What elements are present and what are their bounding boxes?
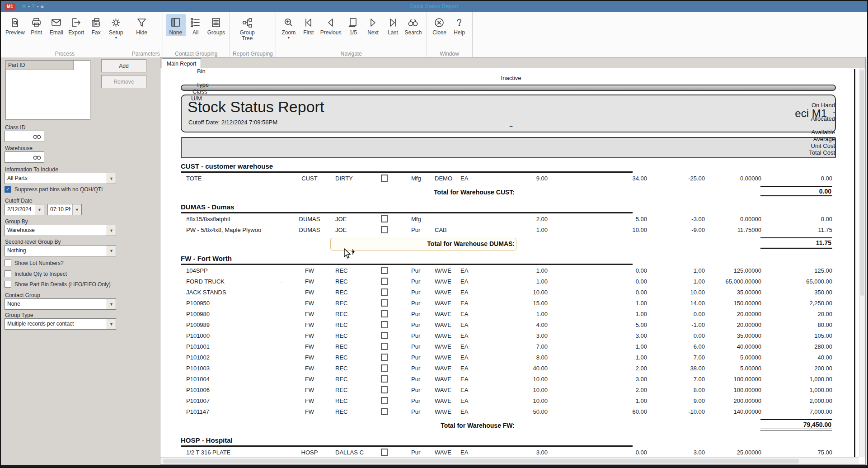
cell: 8.00 [671, 387, 705, 393]
inactive-checkbox[interactable] [381, 288, 388, 296]
inactive-checkbox[interactable] [381, 364, 388, 372]
question-icon[interactable]: ? [32, 3, 35, 9]
help-button[interactable]: Help [450, 14, 469, 36]
show-bin-details-checkbox[interactable] [5, 281, 11, 288]
help-icon [453, 15, 465, 30]
suppress-bins-checkbox[interactable]: ✓ [5, 186, 11, 193]
include-qty-checkbox[interactable] [5, 270, 11, 277]
horizontal-scrollbar-thumb[interactable] [163, 459, 799, 463]
inactive-checkbox[interactable] [381, 397, 388, 404]
mouse-cursor [343, 248, 357, 262]
next-button[interactable]: Next [363, 14, 383, 36]
group-by-select[interactable]: Warehouse ▼ [5, 225, 116, 236]
info-include-select[interactable]: All Parts ▼ [5, 173, 116, 184]
inactive-checkbox[interactable] [381, 226, 388, 233]
chevron-down-icon[interactable]: ▼ [107, 319, 116, 329]
inactive-checkbox[interactable] [381, 267, 388, 274]
vertical-scrollbar[interactable] [859, 68, 865, 457]
cutoff-date-select[interactable]: 2/12/2024 ▼ [5, 204, 44, 215]
export-button[interactable]: Export [66, 14, 86, 36]
first-icon [302, 15, 314, 30]
chevron-down-icon[interactable]: ▼ [107, 225, 116, 236]
window-bottom-edge [1, 465, 867, 467]
inactive-checkbox[interactable] [381, 386, 388, 393]
close-button[interactable]: Close [430, 14, 450, 36]
cell: REC [325, 278, 366, 285]
contact-group-select[interactable]: None ▼ [5, 298, 116, 310]
group-header: CUST - customer warehouse [181, 162, 836, 171]
last-button[interactable]: Last [383, 14, 403, 36]
1-5-button[interactable]: 1/5 [343, 14, 363, 36]
chevron-down-icon[interactable]: ▾ [115, 36, 117, 40]
all-button[interactable]: All [186, 14, 206, 36]
fax-button[interactable]: Fax [86, 14, 106, 36]
cell: EA [456, 449, 479, 456]
add-button[interactable]: Add [101, 59, 146, 72]
second-group-select[interactable]: Nothing ▼ [5, 245, 116, 256]
chevron-down-icon[interactable]: ▾ [28, 5, 30, 9]
group-type-select[interactable]: Multiple records per contact ▼ [5, 318, 116, 330]
binoculars-icon[interactable] [31, 153, 43, 161]
class-id-field[interactable] [5, 131, 44, 142]
chevron-down-icon[interactable]: ▼ [107, 246, 116, 256]
inactive-checkbox[interactable] [381, 449, 388, 456]
email-button[interactable]: Email [47, 14, 66, 36]
hide-button[interactable]: Hide [132, 14, 152, 36]
setup-button[interactable]: Setup▾ [106, 14, 126, 40]
group-tree-button[interactable]: Group Tree [233, 14, 262, 42]
cell: DUMAS [294, 216, 325, 222]
group-header: FW - Fort Worth [181, 254, 836, 263]
binoculars-icon[interactable] [31, 132, 43, 141]
chevron-down-icon[interactable]: ▾ [37, 5, 38, 9]
cell: P101007 [186, 397, 269, 404]
report-viewer[interactable]: Stock Status Report Cutoff Date: 2/12/20… [160, 68, 859, 457]
inactive-checkbox[interactable] [381, 354, 388, 361]
preview-button[interactable]: Preview [4, 14, 27, 36]
inactive-checkbox[interactable] [381, 310, 388, 317]
class-id-label: Class ID [5, 124, 25, 131]
column-header-um: U/M [187, 95, 835, 102]
cell: REC [325, 289, 366, 296]
cell: Pur [402, 300, 429, 307]
inactive-checkbox[interactable] [381, 408, 388, 415]
inactive-checkbox[interactable] [381, 332, 388, 339]
inactive-checkbox[interactable] [381, 375, 388, 383]
search-button[interactable]: Search [403, 14, 423, 36]
chevron-down-icon[interactable]: ▾ [288, 36, 290, 40]
cell: -3.00 [671, 216, 705, 222]
previous-button[interactable]: Previous [319, 14, 343, 36]
show-lot-checkbox[interactable] [5, 260, 11, 266]
cell: FW [294, 387, 325, 393]
inactive-checkbox[interactable] [381, 343, 388, 350]
cell: 3.00 [671, 449, 705, 456]
horizontal-scrollbar[interactable] [160, 457, 859, 464]
inactive-checkbox[interactable] [381, 215, 388, 222]
groups-button[interactable]: Groups [206, 14, 227, 36]
inactive-checkbox[interactable] [381, 299, 388, 307]
print-button[interactable]: Print [27, 14, 47, 36]
remove-button[interactable]: Remove [101, 75, 146, 88]
customize-toolbar-icon[interactable]: ☰ [40, 5, 43, 9]
none-button[interactable]: None [166, 14, 186, 36]
vertical-scrollbar-thumb[interactable] [860, 70, 864, 296]
part-id-list[interactable]: Part ID [5, 60, 90, 120]
cutoff-time-select[interactable]: 07:10 PM ▼ [47, 204, 82, 215]
chevron-down-icon[interactable]: ▼ [107, 299, 116, 309]
warehouse-field[interactable] [5, 151, 44, 163]
show-bin-details-checkbox-row[interactable]: Show Part Bin Details (LIFO/FIFO Only) [5, 281, 111, 288]
chevron-down-icon[interactable]: ▼ [72, 204, 81, 215]
zoom-button[interactable]: Zoom▾ [279, 14, 299, 40]
show-lot-checkbox-row[interactable]: Show Lot Numbers? [5, 260, 64, 266]
inactive-checkbox[interactable] [381, 175, 388, 182]
tab-main-report[interactable]: Main Report [162, 58, 201, 68]
first-button[interactable]: First [299, 14, 319, 36]
chevron-down-icon[interactable]: ▼ [35, 204, 44, 215]
chevron-down-icon[interactable]: ▼ [107, 173, 116, 184]
ribbon-group-window: CloseHelpWindow [427, 12, 473, 59]
inactive-checkbox[interactable] [381, 278, 388, 285]
suppress-bins-checkbox-row[interactable]: ✓ Suppress part bins with no QOH/QTI [5, 186, 103, 193]
inactive-checkbox[interactable] [381, 321, 388, 328]
group-total-label: Total for Warehouse CUST: [181, 189, 515, 196]
scissors-icon[interactable]: ✕ [22, 3, 26, 9]
include-qty-checkbox-row[interactable]: Include Qty to Inspect [5, 270, 67, 277]
